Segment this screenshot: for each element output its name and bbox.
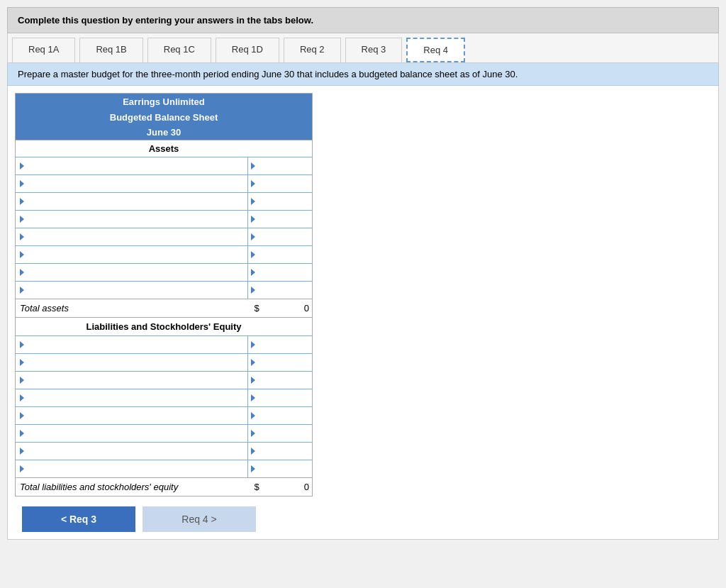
bs-liab-value-5[interactable] [248,407,312,424]
bs-asset-input-label-7[interactable] [27,267,243,277]
bs-liab-input-label-3[interactable] [27,375,243,385]
bs-assets-section-title: Assets [16,140,312,157]
bs-liab-input-label-7[interactable] [27,445,243,456]
next-button[interactable]: Req 4 > [143,506,256,532]
bs-asset-input-value-1[interactable] [258,161,309,172]
bs-total-assets-row: Total assets $ 0 [16,299,312,317]
bs-asset-input-value-7[interactable] [258,267,309,278]
bs-liab-input-value-3[interactable] [258,375,309,386]
tab-req4[interactable]: Req 4 [406,38,465,62]
tab-req3[interactable]: Req 3 [345,38,403,62]
bs-liab-label-5[interactable] [16,407,248,424]
input-marker-liab-icon-2 [20,359,24,366]
bs-asset-input-value-3[interactable] [258,196,309,207]
bs-asset-row-8 [16,281,312,299]
input-marker-val-icon-2 [251,180,255,187]
tab-req1a[interactable]: Req 1A [12,38,75,62]
bs-asset-value-5[interactable] [248,228,312,245]
bs-asset-input-label-2[interactable] [27,178,243,189]
bs-asset-value-3[interactable] [248,193,312,210]
bs-asset-label-8[interactable] [16,282,248,299]
bs-liab-label-2[interactable] [16,354,248,371]
tab-req1b[interactable]: Req 1B [79,38,143,62]
bs-liab-row-4 [16,389,312,406]
input-marker-liab-icon-3 [20,377,24,384]
nav-buttons: < Req 3 Req 4 > [15,506,711,532]
input-marker-liab-val-icon-1 [251,341,255,348]
bs-asset-value-8[interactable] [248,282,312,299]
info-bar: Prepare a master budget for the three-mo… [7,63,719,86]
bs-asset-input-value-6[interactable] [258,250,309,260]
bs-asset-input-label-5[interactable] [27,231,243,242]
bs-asset-value-7[interactable] [248,264,312,281]
bs-asset-input-value-8[interactable] [258,285,309,296]
bs-liab-value-8[interactable] [248,460,312,477]
bs-liab-input-label-8[interactable] [27,463,243,474]
bs-liab-value-2[interactable] [248,354,312,371]
input-marker-val-icon-3 [251,198,255,205]
bs-asset-label-7[interactable] [16,264,248,281]
tab-req1c[interactable]: Req 1C [147,38,211,62]
bs-liab-input-value-4[interactable] [258,393,309,404]
input-marker-liab-icon-6 [20,430,24,437]
bs-liab-row-7 [16,442,312,460]
bs-liab-value-4[interactable] [248,389,312,406]
bs-liab-label-6[interactable] [16,425,248,442]
bs-asset-label-6[interactable] [16,246,248,263]
bs-liab-input-value-2[interactable] [258,357,309,368]
bs-liab-value-7[interactable] [248,443,312,460]
bs-asset-input-label-8[interactable] [27,284,243,295]
bs-liab-label-3[interactable] [16,372,248,389]
bs-asset-value-2[interactable] [248,175,312,192]
tab-req2[interactable]: Req 2 [284,38,341,62]
bs-asset-value-4[interactable] [248,211,312,228]
bs-total-assets-value: 0 [264,299,312,317]
tab-req1d[interactable]: Req 1D [216,38,279,62]
bs-liab-input-label-4[interactable] [27,392,243,403]
bs-liab-input-value-1[interactable] [258,340,309,350]
bs-asset-value-6[interactable] [248,246,312,263]
bs-liab-value-3[interactable] [248,372,312,389]
bs-liab-input-value-6[interactable] [258,428,309,439]
bs-asset-input-label-3[interactable] [27,196,243,206]
bs-asset-label-4[interactable] [16,211,248,228]
main-content: Earrings Unlimited Budgeted Balance Shee… [7,86,719,540]
bs-liab-input-value-5[interactable] [258,411,309,421]
bs-asset-value-1[interactable] [248,157,312,174]
bs-liab-label-7[interactable] [16,443,248,460]
bs-asset-label-1[interactable] [16,157,248,174]
bs-total-liab-dollar: $ [250,478,264,496]
bs-liab-input-label-6[interactable] [27,428,243,438]
bs-asset-input-value-2[interactable] [258,179,309,189]
bs-asset-input-label-1[interactable] [27,160,243,171]
bs-liab-input-label-5[interactable] [27,410,243,421]
bs-asset-row-7 [16,263,312,281]
input-marker-liab-icon-1 [20,341,24,348]
balance-sheet-table: Earrings Unlimited Budgeted Balance Shee… [15,93,313,497]
bs-asset-label-2[interactable] [16,175,248,192]
prev-button[interactable]: < Req 3 [22,506,135,532]
input-marker-liab-val-icon-2 [251,359,255,366]
bs-liab-value-6[interactable] [248,425,312,442]
bs-liab-input-label-2[interactable] [27,357,243,367]
bs-asset-input-value-5[interactable] [258,232,309,243]
bs-asset-input-value-4[interactable] [258,214,309,225]
bs-liab-input-value-8[interactable] [258,464,309,475]
bs-liab-row-1 [16,335,312,353]
bs-asset-label-5[interactable] [16,228,248,245]
input-marker-val-icon-8 [251,287,255,294]
bs-asset-input-label-4[interactable] [27,213,243,224]
bs-asset-input-label-6[interactable] [27,249,243,260]
bs-liab-value-1[interactable] [248,336,312,353]
bs-liab-row-8 [16,460,312,477]
bs-total-assets-label: Total assets [16,299,250,317]
bs-liab-label-1[interactable] [16,336,248,353]
input-marker-icon-2 [20,180,24,187]
bs-liab-input-value-7[interactable] [258,446,309,457]
bs-asset-row-5 [16,228,312,245]
bs-liab-label-4[interactable] [16,389,248,406]
bs-liab-input-label-1[interactable] [27,339,243,350]
bs-asset-label-3[interactable] [16,193,248,210]
bs-liab-label-8[interactable] [16,460,248,477]
bs-asset-row-2 [16,174,312,192]
